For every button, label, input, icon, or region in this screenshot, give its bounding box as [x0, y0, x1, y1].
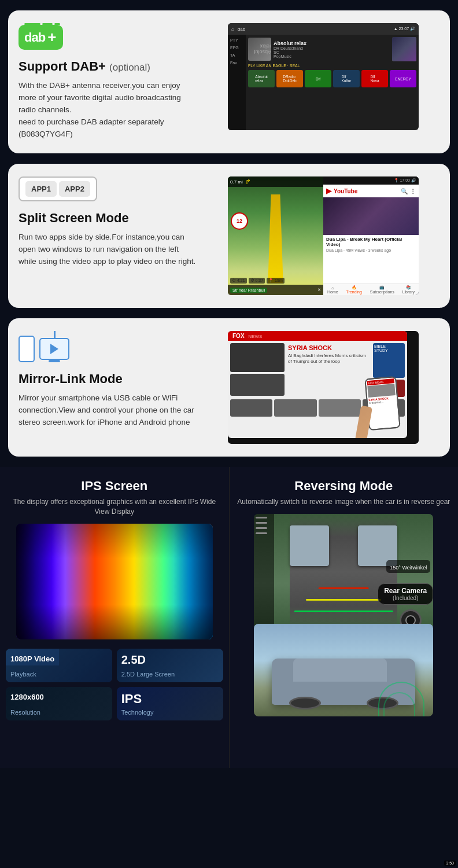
badge-1080p: 1080P Video Playback — [6, 649, 112, 682]
hand-phone: FOX NEWS SYRIA SHOCK Al Baghdadi... — [358, 374, 407, 438]
suv-view — [254, 624, 433, 716]
split-card-left: APP1 APP2 Split Screen Mode Run two apps… — [19, 176, 198, 268]
dab-channel-3: Dlf — [305, 70, 331, 87]
nav-street: Str near Rrashbull — [230, 288, 267, 293]
mirror-mock-area: FOX NEWS SYRIA SHOCK Al Baghdadi Interfe… — [207, 331, 439, 444]
mirror-headline: SYRIA SHOCK — [288, 344, 370, 351]
dab-song-details: Absolut relax DR Deutschland SC PopMusic — [274, 41, 390, 58]
news-thumb3 — [319, 399, 361, 417]
split-nav-side: 0.7 mi ↱ 12 Str near Rrashbull ✕ ⏱ 4:21 … — [228, 176, 323, 295]
badge-ips-title: IPS — [121, 692, 142, 707]
mirror-news-left — [230, 343, 285, 397]
mirror-icons — [19, 331, 198, 362]
dab-channel-2: DRadioDokDeb — [276, 70, 303, 87]
phone-in-hand-mock: FOX NEWS SYRIA SHOCK Al Baghdadi... — [364, 376, 401, 431]
dab-song-title: Absolut relax — [274, 41, 390, 46]
guideline-red — [319, 587, 369, 589]
nav-map: 0.7 mi ↱ 12 Str near Rrashbull ✕ ⏱ 4:21 … — [228, 176, 323, 295]
rear-camera-badge: Rear Camera (Included) — [378, 583, 433, 605]
split-desc: Run two apps side by side.For instance,y… — [19, 231, 198, 268]
dab-logo: dab + — [19, 25, 63, 50]
yt-search-icon[interactable]: 🔍 — [401, 188, 408, 194]
nav-bottombar: Str near Rrashbull ✕ — [228, 285, 323, 295]
dab-album-art2 — [392, 37, 416, 61]
dab-sub1: DR Deutschland — [274, 46, 390, 50]
app-icons-box: APP1 APP2 — [19, 176, 97, 201]
rev-btn2 — [256, 522, 267, 524]
mirror-screen-mock: FOX NEWS SYRIA SHOCK Al Baghdadi Interfe… — [228, 331, 419, 444]
guideline-green — [294, 610, 393, 612]
badge-ips-tech: IPS Technology — [117, 687, 223, 720]
mirror-desc: Mirror your smartphone via USB cable or … — [19, 392, 198, 429]
rev-btn3 — [256, 527, 267, 529]
suv-roof — [293, 659, 386, 682]
badge-res-title: 1280x600 — [10, 693, 44, 701]
ips-vignette — [16, 524, 213, 639]
dab-section: dab + Support DAB+ (optional) With the D… — [8, 10, 450, 153]
ips-panel: IPS Screen The display offers exceptiona… — [0, 467, 230, 768]
yt-nav-library[interactable]: 📚Library — [402, 285, 415, 294]
yt-header: ▶ YouTube 🔍 ⋮ — [323, 185, 419, 197]
yt-nav-home[interactable]: ⌂Home — [327, 286, 338, 294]
app2-box: APP2 — [59, 181, 90, 197]
car-top-left — [290, 525, 329, 566]
reverse-panel: Reversing Mode Automatically switch to r… — [230, 467, 459, 768]
nav-road — [268, 194, 283, 284]
dab-main: Absolut relax Absolut relax DR Deutschla… — [246, 35, 419, 130]
dab-screen-mock: ⌂ dab ▲ 23:07 🔊 PTY EPG TA Fav Absolut r… — [228, 23, 419, 130]
yt-bottombar: ⌂Home 🔥Trending 📺Subscriptions 📚Library — [323, 284, 419, 295]
yt-nav-trending[interactable]: 🔥Trending — [346, 285, 362, 294]
news-img1 — [230, 343, 285, 372]
yt-more-icon[interactable]: ⋮ — [410, 188, 416, 194]
dab-logo-text: dab — [24, 30, 45, 45]
cable-connector — [39, 331, 69, 362]
nav-time2: ⏱ 0:37 — [249, 278, 265, 284]
yt-logo-icon: ▶ — [326, 187, 331, 195]
badge-resolution: 1280x600 Resolution — [6, 687, 112, 720]
dab-card-left: dab + Support DAB+ (optional) With the D… — [19, 23, 198, 141]
split-yt-side: 📍 17:00 🔊 ▶ YouTube 🔍 ⋮ 3:50 Dua Lipa - … — [323, 176, 419, 295]
news-thumb1 — [230, 399, 272, 417]
dab-desc: With the DAB+ antenna receiver,you can e… — [19, 80, 198, 141]
finger1 — [355, 406, 372, 438]
mirror-icon-area — [19, 331, 198, 362]
nav-close[interactable]: ✕ — [317, 288, 321, 292]
sidebar-pty: PTY — [229, 37, 245, 43]
mirror-news-header: FOX NEWS — [228, 331, 407, 341]
ips-panel-desc: The display offers exceptional graphics … — [6, 497, 223, 517]
phone-icon — [19, 336, 35, 362]
rev-btn4 — [256, 532, 267, 534]
angle-label: 150° Weitwinkel — [390, 565, 427, 571]
yt-nav-subs[interactable]: 📺Subscriptions — [370, 285, 394, 294]
dab-title: Support DAB+ (optional) — [19, 59, 198, 74]
dab-channel-1: Absolutrelax — [248, 70, 275, 87]
dab-sub2: SC — [274, 50, 390, 54]
play-icon — [50, 344, 58, 354]
mirror-card-left: Mirror-Link Mode Mirror your smartphone … — [19, 331, 198, 429]
dab-mock-area: ⌂ dab ▲ 23:07 🔊 PTY EPG TA Fav Absolut r… — [207, 23, 439, 130]
badge-1080p-title: 1080P Video — [10, 654, 54, 663]
badge-res-sub: Resolution — [10, 709, 40, 716]
dab-sidebar: PTY EPG TA Fav — [228, 35, 246, 130]
ips-color-display — [16, 524, 213, 639]
badge-ips-sub: Technology — [121, 709, 154, 716]
split-icon-area: APP1 APP2 — [19, 176, 198, 201]
angle-badge: 150° Weitwinkel — [386, 560, 430, 573]
badge-1080p-sub: Playback — [10, 671, 36, 678]
mirror-newstext: Al Baghdadi Interferes Morris criticism … — [288, 353, 370, 365]
rev-btn1 — [256, 517, 267, 518]
news-thumb2 — [274, 399, 316, 417]
yt-video-info: Dua Lipa - Break My Heart (Official Vide… — [323, 235, 419, 284]
mirror-title: Mirror-Link Mode — [19, 372, 198, 387]
feature-badges: 1080P Video Playback 2.5D 2.5D Large Scr… — [6, 649, 223, 720]
dab-playing: FLY LIKE AN EAGLE · SEAL — [248, 64, 416, 68]
reverse-panel-desc: Automatically switch to reverse image wh… — [237, 497, 450, 507]
bottom-section: IPS Screen The display offers exceptiona… — [0, 467, 458, 768]
yt-title: YouTube — [334, 188, 357, 194]
dab-plus-sign: + — [47, 28, 56, 46]
sidebar-ta: TA — [229, 52, 245, 58]
dab-channel-6: ENERGY — [390, 70, 416, 87]
mirror-bg-screen: FOX NEWS SYRIA SHOCK Al Baghdadi Interfe… — [228, 331, 407, 438]
nav-distance: 0.7 mi — [230, 179, 243, 185]
suv-wheel-front — [289, 697, 321, 709]
